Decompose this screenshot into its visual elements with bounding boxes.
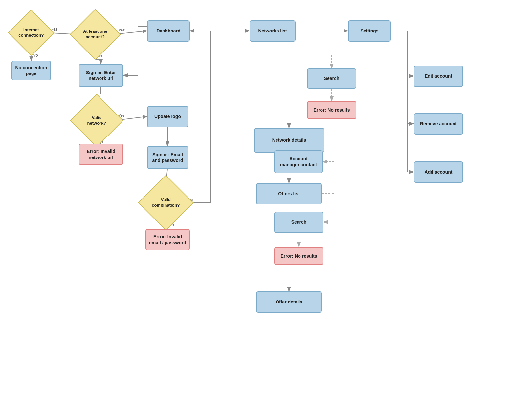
no-connection-node: No connectionpage [11, 61, 51, 80]
flowchart-canvas: YesNoYesNoYesNoNoYes Internetconnection?… [0, 0, 532, 418]
valid-network-node: Validnetwork? [70, 94, 123, 147]
valid-combination-node: Validcombination? [138, 175, 194, 231]
settings-node: Settings [348, 20, 391, 42]
at-least-one-node: At least oneaccount? [70, 9, 121, 60]
error-no-results-2-node: Error: No results [274, 247, 323, 265]
offer-details-node: Offer details [256, 291, 322, 313]
dashboard-node: Dashboard [147, 20, 190, 42]
offers-list-node: Offers list [256, 183, 322, 204]
add-account-node: Add account [414, 161, 463, 183]
networks-list-node: Networks list [250, 20, 296, 42]
error-invalid-email-node: Error: Invalidemail / password [145, 229, 190, 250]
internet-connection-node: Internetconnection? [8, 10, 54, 56]
svg-text:Yes: Yes [118, 28, 125, 32]
sign-in-email-node: Sign in: Emailand password [147, 146, 188, 169]
remove-account-node: Remove account [414, 113, 463, 135]
svg-text:No: No [33, 53, 38, 58]
search-offers-node: Search [274, 212, 323, 233]
search-networks-node: Search [307, 68, 356, 89]
update-logo-node: Update logo [147, 106, 188, 127]
network-details-node: Network details [254, 128, 324, 153]
sign-in-url-node: Sign in: Enternetwork url [79, 64, 123, 87]
edit-account-node: Edit account [414, 66, 463, 87]
account-manager-node: Accountmanager contact [274, 150, 323, 173]
error-no-results-1-node: Error: No results [307, 101, 356, 119]
error-invalid-network-node: Error: Invalidnetwork url [79, 144, 123, 165]
